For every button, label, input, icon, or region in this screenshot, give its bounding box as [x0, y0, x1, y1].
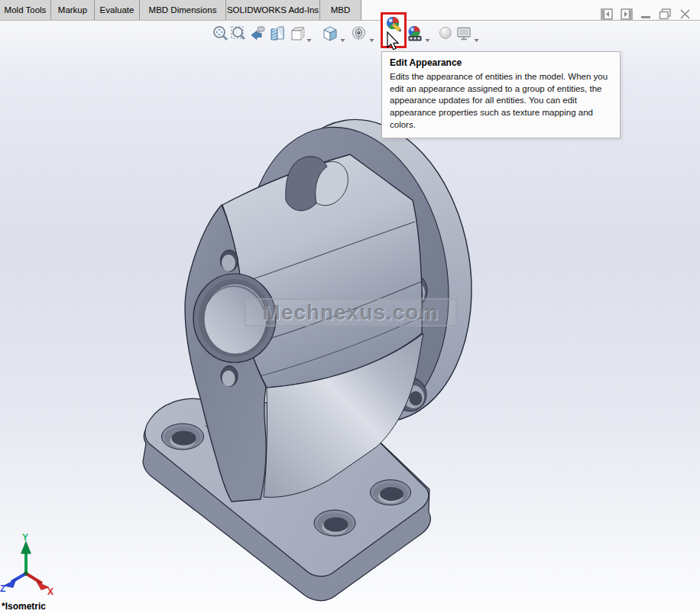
section-view-icon[interactable] [268, 24, 287, 43]
zoom-to-area-icon[interactable] [229, 24, 248, 43]
watermark: Mechnexus.com [245, 298, 457, 326]
view-orientation-label: *Isometric [2, 601, 46, 612]
view-orientation-icon[interactable] [321, 24, 339, 43]
display-settings-icon[interactable] [455, 24, 473, 43]
restore-icon[interactable] [659, 8, 672, 22]
close-icon[interactable] [679, 8, 691, 22]
dock-pane-left-icon[interactable] [601, 8, 613, 22]
tab-mold-tools[interactable]: Mold Tools [0, 0, 51, 20]
solidworks-window: Mold Tools Markup Evaluate MBD Dimension… [0, 0, 700, 614]
edit-appearance-tooltip: Edit Appearance Edits the appearance of … [381, 51, 621, 138]
tab-mbd[interactable]: MBD [320, 0, 361, 20]
view-orientation-dropdown[interactable] [339, 32, 346, 37]
tab-evaluate[interactable]: Evaluate [95, 0, 140, 20]
command-manager-tab-bar: Mold Tools Markup Evaluate MBD Dimension… [0, 0, 700, 21]
view-settings-icon[interactable] [436, 24, 455, 43]
apply-scene-dropdown[interactable] [424, 32, 431, 37]
zoom-to-fit-icon[interactable] [211, 24, 229, 43]
dock-pane-right-icon[interactable] [621, 8, 633, 22]
tooltip-title: Edit Appearance [390, 57, 612, 68]
dynamic-annotation-views-dropdown[interactable] [306, 32, 313, 37]
tooltip-body: Edits the appearance of entities in the … [390, 71, 612, 131]
previous-view-icon[interactable] [249, 24, 267, 43]
tab-solidworks-add-ins[interactable]: SOLIDWORKS Add-Ins [226, 0, 320, 20]
hide-show-items-dropdown[interactable] [368, 32, 375, 37]
tab-mbd-dimensions[interactable]: MBD Dimensions [140, 0, 226, 20]
minimize-icon[interactable] [640, 8, 651, 22]
display-settings-dropdown[interactable] [473, 32, 480, 37]
apply-scene-icon[interactable] [406, 24, 424, 43]
mouse-cursor [386, 31, 404, 56]
hide-show-items-icon[interactable] [350, 24, 368, 43]
dynamic-annotation-views-icon[interactable] [288, 24, 306, 43]
tab-markup[interactable]: Markup [51, 0, 95, 20]
window-controls [601, 8, 691, 22]
